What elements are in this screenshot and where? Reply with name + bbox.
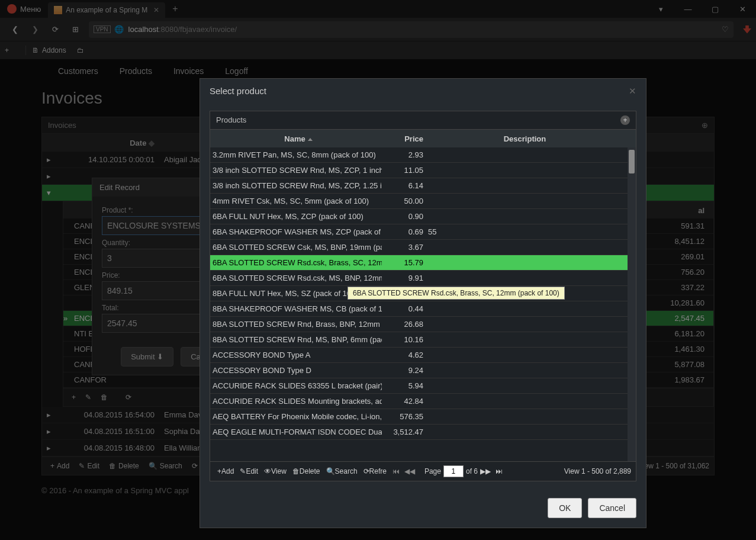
page-prev-icon[interactable]: ◀◀ (404, 467, 415, 475)
product-row[interactable]: 8BA SLOTTED SCREW Rnd, MS, BNP, 6mm (pac… (210, 332, 636, 348)
page-input[interactable] (443, 465, 464, 477)
modal-title: Select product (210, 86, 266, 97)
modal-cancel-button[interactable]: Cancel (588, 498, 636, 518)
p-delete-button[interactable]: 🗑 Delete (290, 467, 323, 476)
product-row[interactable]: 4mm RIVET Csk, MS, SC, 5mm (pack of 100)… (210, 194, 636, 209)
product-row[interactable]: 8BA SLOTTED SCREW Rnd, Brass, BNP, 12mm … (210, 317, 636, 332)
page-last-icon[interactable]: ⏭ (496, 467, 503, 475)
product-row[interactable]: ACCESSORY BOND Type D9.24 (210, 363, 636, 378)
p-add-button[interactable]: + Add (215, 467, 236, 476)
p-search-button[interactable]: 🔍 Search (324, 467, 360, 476)
product-row[interactable]: 6BA SLOTTED SCREW Rsd.csk, Brass, SC, 12… (210, 255, 636, 271)
scroll-thumb[interactable] (629, 150, 635, 173)
p-view-button[interactable]: 👁 View (262, 467, 289, 476)
product-row[interactable]: 8BA SHAKEPROOF WASHER MS, CB (pack of 10… (210, 301, 636, 317)
product-row[interactable]: 3/8 inch SLOTTED SCREW Rnd, MS, ZCP, 1 i… (210, 163, 636, 178)
product-row[interactable]: 6BA FULL NUT Hex, MS, ZCP (pack of 100)0… (210, 209, 636, 224)
col-description[interactable]: Description (423, 134, 626, 143)
products-view-info: View 1 - 500 of 2,889 (564, 467, 631, 475)
product-row[interactable]: AEQ EAGLE MULTI-FORMAT ISDN CODEC Dual c… (210, 425, 636, 440)
product-row[interactable]: 6BA SHAKEPROOF WASHER MS, ZCP (pack of 1… (210, 224, 636, 240)
modal-close-icon[interactable]: ✕ (629, 86, 636, 97)
page-first-icon[interactable]: ⏮ (393, 467, 400, 475)
modal-ok-button[interactable]: OK (548, 498, 582, 518)
product-row[interactable]: AEQ BATTERY For Phoenix Mobile codec, Li… (210, 409, 636, 425)
page-of: of 6 (466, 467, 478, 475)
product-row[interactable]: 6BA SLOTTED SCREW Rsd.csk, MS, BNP, 12mm… (210, 271, 636, 286)
p-edit-button[interactable]: ✎ Edit (237, 467, 260, 476)
product-row[interactable]: 3/8 inch SLOTTED SCREW Rnd, MS, ZCP, 1.2… (210, 178, 636, 194)
product-row[interactable]: ACCURIDE RACK SLIDES Mounting brackets, … (210, 394, 636, 409)
scrollbar[interactable] (628, 147, 636, 461)
products-caption: Products (216, 115, 246, 125)
products-add-icon[interactable]: + (620, 115, 630, 125)
row-tooltip: 6BA SLOTTED SCREW Rsd.csk, Brass, SC, 12… (348, 287, 565, 300)
product-row[interactable]: ACCURIDE RACK SLIDES 63355 L bracket (pa… (210, 378, 636, 394)
p-refresh-button[interactable]: ⟳ Refre (361, 467, 389, 476)
product-row[interactable]: 3.2mm RIVET Pan, MS, SC, 8mm (pack of 10… (210, 147, 636, 163)
col-price[interactable]: Price (382, 134, 423, 143)
product-row[interactable]: ACCESSORY BOND Type A4.62 (210, 348, 636, 363)
page-label: Page (424, 467, 441, 475)
select-product-modal: Select product ✕ Products + Name Price D… (200, 78, 646, 528)
page-next-icon[interactable]: ▶▶ (480, 467, 491, 475)
col-name[interactable]: Name (210, 134, 382, 143)
product-row[interactable]: 6BA SLOTTED SCREW Csk, MS, BNP, 19mm (pa… (210, 240, 636, 255)
